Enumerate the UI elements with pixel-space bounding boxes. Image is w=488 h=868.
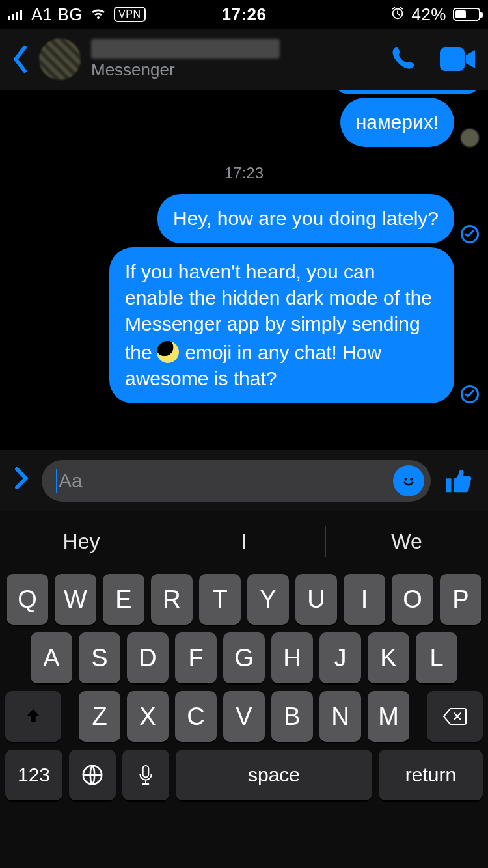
video-call-button[interactable] bbox=[440, 46, 476, 72]
key-m[interactable]: M bbox=[368, 691, 409, 742]
delivered-indicator bbox=[461, 385, 479, 403]
svg-point-8 bbox=[405, 478, 407, 480]
key-z[interactable]: Z bbox=[79, 691, 120, 742]
key-b[interactable]: B bbox=[271, 691, 313, 742]
key-row-4: 123 space return bbox=[0, 750, 488, 800]
shift-key[interactable] bbox=[5, 691, 61, 742]
key-u[interactable]: U bbox=[295, 574, 337, 625]
carrier-label: A1 BG bbox=[31, 5, 83, 25]
like-button[interactable] bbox=[444, 466, 474, 496]
voice-call-button[interactable] bbox=[389, 45, 418, 74]
dictation-key[interactable] bbox=[122, 750, 169, 800]
emoji-button[interactable] bbox=[393, 465, 424, 496]
svg-rect-2 bbox=[16, 12, 18, 20]
vpn-badge: VPN bbox=[114, 7, 145, 22]
key-q[interactable]: Q bbox=[7, 574, 48, 625]
composer: Aa bbox=[0, 450, 488, 511]
key-row-1: Q W E R T Y U I O P bbox=[0, 574, 488, 625]
key-l[interactable]: L bbox=[416, 632, 457, 683]
key-o[interactable]: O bbox=[392, 574, 433, 625]
key-e[interactable]: E bbox=[103, 574, 144, 625]
key-f[interactable]: F bbox=[175, 632, 217, 683]
suggestion[interactable]: We bbox=[325, 517, 488, 566]
svg-rect-5 bbox=[440, 47, 465, 71]
delivered-indicator bbox=[461, 225, 479, 243]
wifi-icon bbox=[89, 5, 107, 25]
key-n[interactable]: N bbox=[319, 691, 361, 742]
svg-point-9 bbox=[410, 478, 413, 480]
keyboard: Hey I We Q W E R T Y U I O P A S D F G H… bbox=[0, 511, 488, 868]
key-h[interactable]: H bbox=[271, 632, 313, 683]
svg-rect-1 bbox=[12, 14, 14, 20]
battery-icon bbox=[453, 8, 480, 21]
contact-subtitle: Messenger bbox=[91, 60, 379, 80]
key-w[interactable]: W bbox=[55, 574, 96, 625]
key-r[interactable]: R bbox=[151, 574, 193, 625]
conversation[interactable]: намерих! 17:23 Hey, how are you doing la… bbox=[0, 90, 488, 450]
contact-name[interactable] bbox=[91, 39, 280, 59]
key-y[interactable]: Y bbox=[247, 574, 289, 625]
space-key[interactable]: space bbox=[176, 750, 372, 800]
return-key[interactable]: return bbox=[379, 750, 483, 800]
key-v[interactable]: V bbox=[223, 691, 265, 742]
numbers-key[interactable]: 123 bbox=[5, 750, 62, 800]
svg-rect-11 bbox=[143, 766, 149, 777]
text-cursor bbox=[56, 469, 57, 493]
key-t[interactable]: T bbox=[199, 574, 241, 625]
message-bubble[interactable]: If you haven't heard, you can enable the… bbox=[109, 247, 454, 403]
message-input[interactable]: Aa bbox=[42, 460, 431, 502]
moon-emoji-icon bbox=[155, 339, 180, 364]
battery-pct: 42% bbox=[411, 5, 446, 25]
seen-indicator bbox=[461, 129, 479, 147]
key-c[interactable]: C bbox=[175, 691, 217, 742]
svg-rect-0 bbox=[8, 16, 10, 20]
message-bubble[interactable]: Hey, how are you doing lately? bbox=[157, 194, 454, 243]
key-row-3: Z X C V B N M bbox=[0, 691, 488, 742]
cellular-icon bbox=[8, 5, 25, 25]
key-a[interactable]: A bbox=[31, 632, 72, 683]
message-bubble[interactable]: намерих! bbox=[340, 98, 454, 147]
chat-header: Messenger bbox=[0, 29, 488, 90]
key-g[interactable]: G bbox=[223, 632, 265, 683]
globe-key[interactable] bbox=[69, 750, 116, 800]
suggestion[interactable]: Hey bbox=[0, 517, 163, 566]
svg-point-6 bbox=[400, 472, 418, 490]
key-row-2: A S D F G H J K L bbox=[0, 632, 488, 683]
alarm-icon bbox=[390, 5, 405, 25]
backspace-key[interactable] bbox=[427, 691, 483, 742]
key-p[interactable]: P bbox=[440, 574, 481, 625]
expand-actions-button[interactable] bbox=[14, 465, 29, 496]
svg-rect-3 bbox=[20, 10, 22, 20]
key-d[interactable]: D bbox=[127, 632, 169, 683]
key-i[interactable]: I bbox=[344, 574, 385, 625]
key-j[interactable]: J bbox=[319, 632, 361, 683]
key-x[interactable]: X bbox=[127, 691, 169, 742]
suggestion[interactable]: I bbox=[163, 517, 325, 566]
keyboard-suggestions: Hey I We bbox=[0, 517, 488, 566]
avatar[interactable] bbox=[39, 38, 81, 80]
status-bar: A1 BG VPN 17:26 42% bbox=[0, 0, 488, 29]
key-k[interactable]: K bbox=[368, 632, 409, 683]
timestamp: 17:23 bbox=[9, 164, 479, 182]
message-placeholder: Aa bbox=[59, 470, 83, 492]
back-button[interactable] bbox=[12, 45, 29, 74]
key-s[interactable]: S bbox=[79, 632, 120, 683]
